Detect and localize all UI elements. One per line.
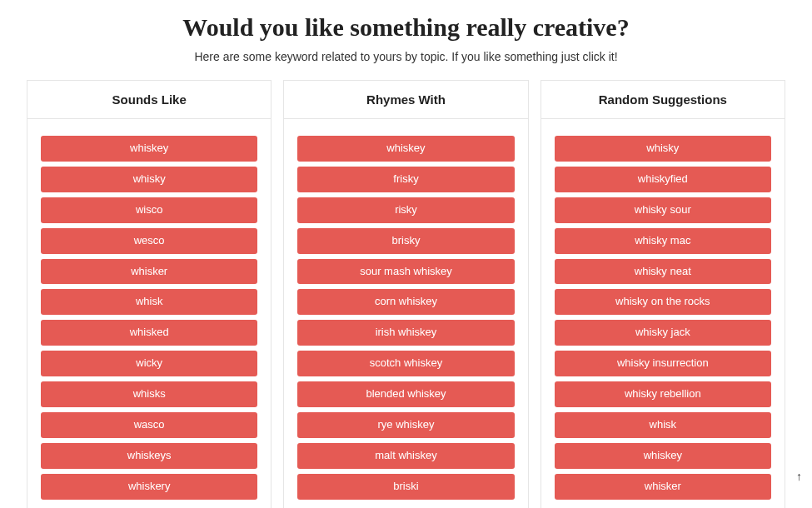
page-title: Would you like something really creative… [0,13,812,42]
keyword-button[interactable]: wasco [41,412,257,438]
keyword-button[interactable]: sour mash whiskey [297,259,514,285]
column-sounds-like: Sounds Likewhiskeywhiskywiscowescowhiske… [27,80,271,508]
keyword-button[interactable]: risky [297,197,514,223]
keyword-button[interactable]: whiskey [297,136,514,162]
keyword-button[interactable]: whisky [555,136,771,162]
keyword-button[interactable]: wicky [41,351,257,376]
column-title: Rhymes With [284,81,527,119]
keyword-button[interactable]: irish whiskey [297,320,514,346]
keyword-button[interactable]: wesco [41,228,257,254]
keyword-button[interactable]: whiskyfied [555,167,771,192]
keyword-button[interactable]: briski [297,474,514,500]
keyword-button[interactable]: whiskey [555,443,771,469]
keyword-button[interactable]: whisky rebellion [555,381,771,407]
keyword-button[interactable]: brisky [297,228,514,254]
keyword-button[interactable]: whisk [555,412,771,438]
column-rhymes-with: Rhymes Withwhiskeyfriskyriskybriskysour … [283,80,528,508]
scroll-to-top-button[interactable]: ↑ [796,470,802,483]
keyword-button[interactable]: whisky insurrection [555,351,771,376]
page-subtitle: Here are some keyword related to yours b… [0,50,812,63]
keyword-button[interactable]: blended whiskey [297,381,514,407]
keyword-button[interactable]: whisky mac [555,228,771,254]
columns-container: Sounds Likewhiskeywhiskywiscowescowhiske… [0,80,812,508]
keyword-button[interactable]: whisker [555,474,771,500]
arrow-up-icon: ↑ [796,470,802,483]
column-title: Random Suggestions [541,81,785,119]
keyword-button[interactable]: wisco [41,197,257,223]
keyword-button[interactable]: whisky sour [555,197,771,223]
keyword-button[interactable]: whisks [41,381,257,407]
keyword-button[interactable]: scotch whiskey [297,351,514,376]
keyword-button[interactable]: whisky neat [555,259,771,285]
keyword-button[interactable]: whisky on the rocks [555,289,771,315]
keyword-button[interactable]: corn whiskey [297,289,514,315]
keyword-button[interactable]: whiskeys [41,443,257,469]
column-title: Sounds Like [27,81,271,119]
keyword-button[interactable]: whisked [41,320,257,346]
keyword-button[interactable]: frisky [297,167,514,192]
keyword-button[interactable]: malt whiskey [297,443,514,469]
keyword-button[interactable]: whisker [41,259,257,285]
column-random-suggestions: Random Suggestionswhiskywhiskyfiedwhisky… [541,80,785,508]
keyword-button[interactable]: rye whiskey [297,412,514,438]
keyword-button[interactable]: whiskey [41,136,257,162]
keyword-button[interactable]: whiskery [41,474,257,500]
keyword-button[interactable]: whisk [41,289,257,315]
items-list: whiskywhiskyfiedwhisky sourwhisky macwhi… [541,119,785,508]
keyword-button[interactable]: whisky [41,167,257,192]
items-list: whiskeywhiskywiscowescowhiskerwhiskwhisk… [27,119,271,508]
keyword-button[interactable]: whisky jack [555,320,771,346]
items-list: whiskeyfriskyriskybriskysour mash whiske… [284,119,527,508]
page-header: Would you like something really creative… [0,0,812,77]
